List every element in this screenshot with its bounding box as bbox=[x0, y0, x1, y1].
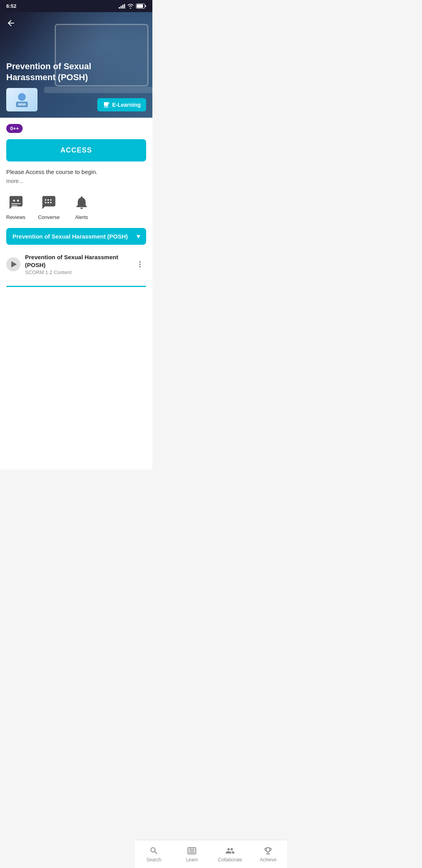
search-icon bbox=[149, 846, 152, 855]
hero-bottom: E-Learning bbox=[6, 88, 146, 111]
status-bar: 6:52 bbox=[0, 0, 152, 12]
status-icons bbox=[119, 4, 146, 9]
alerts-icon-container bbox=[72, 193, 91, 212]
access-button[interactable]: ACCESS bbox=[6, 139, 146, 161]
svg-rect-0 bbox=[119, 7, 120, 9]
svg-rect-10 bbox=[20, 103, 24, 106]
badge-section: 0++ bbox=[0, 118, 152, 136]
wifi-icon bbox=[127, 4, 134, 9]
nav-search[interactable]: Search bbox=[135, 840, 152, 868]
reviews-label: Reviews bbox=[6, 214, 25, 220]
bottom-navigation: Search Learn Collaborate Achieve bbox=[135, 840, 152, 868]
course-item-subtitle: SCORM 1.2 Content bbox=[25, 269, 129, 275]
reviews-icon-container bbox=[7, 193, 25, 212]
chevron-down-icon: ▾ bbox=[137, 233, 140, 240]
elearning-badge: E-Learning bbox=[97, 98, 146, 111]
elearning-label: E-Learning bbox=[112, 102, 141, 108]
svg-rect-3 bbox=[124, 4, 125, 9]
converse-icon-container bbox=[39, 193, 58, 212]
section-heading[interactable]: Prevention of Sexual Harassment (POSH) ▾ bbox=[6, 228, 146, 245]
search-nav-label: Search bbox=[147, 857, 152, 863]
svg-rect-1 bbox=[121, 6, 122, 9]
back-button[interactable] bbox=[6, 18, 16, 28]
description-text: Please Access the course to begin. bbox=[6, 169, 97, 175]
converse-action[interactable]: Converse bbox=[38, 193, 60, 220]
course-item: Prevention of Sexual Harassment (POSH) S… bbox=[0, 248, 152, 281]
alerts-icon bbox=[74, 195, 89, 210]
course-item-info: Prevention of Sexual Harassment (POSH) S… bbox=[25, 253, 129, 275]
signal-icon bbox=[119, 4, 125, 9]
course-item-title: Prevention of Sexual Harassment (POSH) bbox=[25, 253, 129, 269]
thumbnail-image bbox=[12, 90, 32, 109]
section-heading-text: Prevention of Sexual Harassment (POSH) bbox=[13, 233, 128, 240]
course-description: Please Access the course to begin. more.… bbox=[0, 161, 152, 188]
time-display: 6:52 bbox=[6, 3, 16, 9]
play-button[interactable] bbox=[6, 257, 20, 271]
svg-point-6 bbox=[18, 93, 26, 101]
more-text[interactable]: more... bbox=[6, 178, 23, 184]
converse-label: Converse bbox=[38, 214, 60, 220]
alerts-action[interactable]: Alerts bbox=[72, 193, 91, 220]
more-options-button[interactable] bbox=[134, 258, 146, 271]
alerts-label: Alerts bbox=[75, 214, 88, 220]
play-icon bbox=[11, 261, 17, 267]
reviews-icon bbox=[8, 195, 24, 210]
hero-title: Prevention of Sexual Harassment (POSH) bbox=[6, 61, 100, 83]
main-content: 0++ ACCESS Please Access the course to b… bbox=[0, 118, 152, 470]
course-thumbnail bbox=[6, 88, 38, 111]
reviews-action[interactable]: Reviews bbox=[6, 193, 25, 220]
svg-rect-5 bbox=[137, 4, 143, 8]
elearning-icon bbox=[103, 101, 110, 108]
hero-section: Prevention of Sexual Harassment (POSH) bbox=[0, 12, 152, 118]
battery-icon bbox=[136, 4, 146, 9]
hero-content: Prevention of Sexual Harassment (POSH) bbox=[6, 61, 146, 111]
svg-rect-2 bbox=[122, 5, 123, 9]
age-badge: 0++ bbox=[6, 124, 23, 133]
converse-icon bbox=[41, 195, 57, 210]
actions-row: Reviews Converse Alerts bbox=[0, 188, 152, 225]
content-divider bbox=[6, 286, 146, 287]
